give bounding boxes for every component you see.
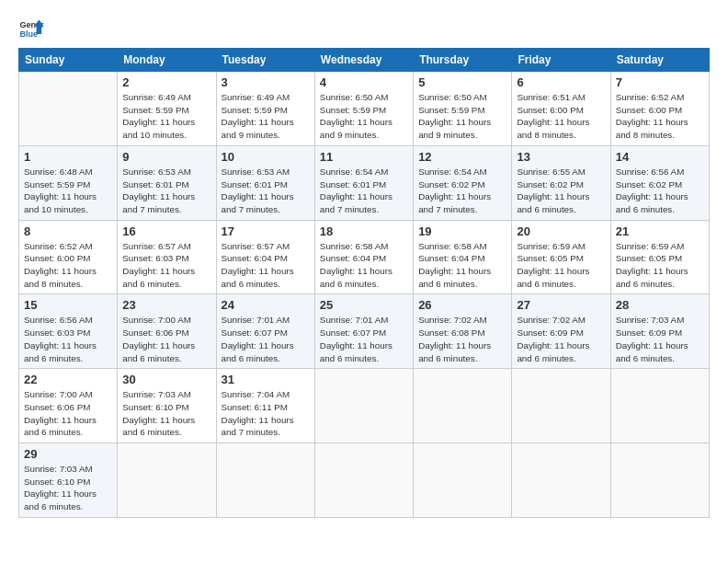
day-number: 28 xyxy=(616,298,704,312)
calendar-empty xyxy=(610,443,709,518)
day-info: Sunrise: 7:04 AMSunset: 6:11 PMDaylight:… xyxy=(222,388,310,439)
day-number: 30 xyxy=(122,373,210,386)
weekday-tuesday: Tuesday xyxy=(216,49,314,72)
day-number: 7 xyxy=(616,75,704,89)
calendar-day-24: 24Sunrise: 7:01 AMSunset: 6:07 PMDayligh… xyxy=(216,294,314,369)
calendar-day-28: 28Sunrise: 7:03 AMSunset: 6:09 PMDayligh… xyxy=(610,294,709,369)
day-info: Sunrise: 6:48 AMSunset: 5:59 PMDaylight:… xyxy=(24,166,112,216)
day-info: Sunrise: 7:02 AMSunset: 6:08 PMDaylight:… xyxy=(418,314,506,364)
calendar-day-25: 25Sunrise: 7:01 AMSunset: 6:07 PMDayligh… xyxy=(314,294,413,369)
calendar-week-3: 8Sunrise: 6:52 AMSunset: 6:00 PMDaylight… xyxy=(19,220,710,294)
header: General Blue xyxy=(18,15,710,40)
day-info: Sunrise: 6:55 AMSunset: 6:02 PMDaylight:… xyxy=(517,166,605,216)
day-number: 8 xyxy=(24,224,112,238)
day-info: Sunrise: 7:00 AMSunset: 6:06 PMDaylight:… xyxy=(122,314,210,364)
logo-icon: General Blue xyxy=(18,15,44,40)
calendar-week-6: 29Sunrise: 7:03 AMSunset: 6:10 PMDayligh… xyxy=(19,443,710,518)
calendar-day-22: 22Sunrise: 7:00 AMSunset: 6:06 PMDayligh… xyxy=(19,369,118,443)
calendar-day-14: 14Sunrise: 6:56 AMSunset: 6:02 PMDayligh… xyxy=(610,145,709,220)
day-info: Sunrise: 6:53 AMSunset: 6:01 PMDaylight:… xyxy=(222,166,310,216)
day-info: Sunrise: 6:59 AMSunset: 6:05 PMDaylight:… xyxy=(616,240,704,291)
day-number: 13 xyxy=(517,150,605,164)
day-info: Sunrise: 6:49 AMSunset: 5:59 PMDaylight:… xyxy=(222,91,310,142)
calendar-day-13: 13Sunrise: 6:55 AMSunset: 6:02 PMDayligh… xyxy=(512,145,610,220)
calendar-day-20: 20Sunrise: 6:59 AMSunset: 6:05 PMDayligh… xyxy=(512,220,610,294)
day-info: Sunrise: 6:49 AMSunset: 5:59 PMDaylight:… xyxy=(122,91,210,142)
calendar-day-3: 3Sunrise: 6:49 AMSunset: 5:59 PMDaylight… xyxy=(216,72,314,146)
day-number: 24 xyxy=(222,298,310,312)
day-info: Sunrise: 6:57 AMSunset: 6:04 PMDaylight:… xyxy=(222,240,310,291)
calendar-day-21: 21Sunrise: 6:59 AMSunset: 6:05 PMDayligh… xyxy=(610,220,709,294)
day-number: 5 xyxy=(418,75,506,89)
calendar-day-29: 29Sunrise: 7:03 AMSunset: 6:10 PMDayligh… xyxy=(19,443,118,518)
day-number: 14 xyxy=(616,150,704,164)
day-info: Sunrise: 7:01 AMSunset: 6:07 PMDaylight:… xyxy=(320,314,408,364)
day-number: 22 xyxy=(24,373,112,386)
calendar-day-10: 10Sunrise: 6:53 AMSunset: 6:01 PMDayligh… xyxy=(216,145,314,220)
weekday-thursday: Thursday xyxy=(414,49,512,72)
calendar-day-2: 2Sunrise: 6:49 AMSunset: 5:59 PMDaylight… xyxy=(118,72,216,146)
calendar-day-23: 23Sunrise: 7:00 AMSunset: 6:06 PMDayligh… xyxy=(118,294,216,369)
day-info: Sunrise: 6:52 AMSunset: 6:00 PMDaylight:… xyxy=(616,91,704,142)
calendar-day-8: 8Sunrise: 6:52 AMSunset: 6:00 PMDaylight… xyxy=(19,220,118,294)
day-number: 10 xyxy=(222,150,310,164)
calendar-empty xyxy=(512,369,610,443)
calendar-day-31: 31Sunrise: 7:04 AMSunset: 6:11 PMDayligh… xyxy=(216,369,314,443)
day-info: Sunrise: 6:56 AMSunset: 6:02 PMDaylight:… xyxy=(616,166,704,216)
day-info: Sunrise: 7:02 AMSunset: 6:09 PMDaylight:… xyxy=(517,314,605,364)
day-number: 16 xyxy=(122,224,210,238)
day-info: Sunrise: 7:03 AMSunset: 6:09 PMDaylight:… xyxy=(616,314,704,364)
day-number: 1 xyxy=(24,150,112,164)
weekday-wednesday: Wednesday xyxy=(314,49,413,72)
day-number: 2 xyxy=(122,75,210,89)
day-info: Sunrise: 7:00 AMSunset: 6:06 PMDaylight:… xyxy=(24,388,112,439)
calendar-day-15: 15Sunrise: 6:56 AMSunset: 6:03 PMDayligh… xyxy=(19,294,118,369)
calendar-week-1: 2Sunrise: 6:49 AMSunset: 5:59 PMDaylight… xyxy=(19,72,710,146)
weekday-sunday: Sunday xyxy=(19,49,118,72)
calendar-day-12: 12Sunrise: 6:54 AMSunset: 6:02 PMDayligh… xyxy=(414,145,512,220)
weekday-monday: Monday xyxy=(118,49,216,72)
day-number: 4 xyxy=(320,75,408,89)
day-info: Sunrise: 6:50 AMSunset: 5:59 PMDaylight:… xyxy=(418,91,506,142)
day-info: Sunrise: 6:58 AMSunset: 6:04 PMDaylight:… xyxy=(320,240,408,291)
calendar-day-17: 17Sunrise: 6:57 AMSunset: 6:04 PMDayligh… xyxy=(216,220,314,294)
day-number: 3 xyxy=(222,75,310,89)
calendar-week-5: 22Sunrise: 7:00 AMSunset: 6:06 PMDayligh… xyxy=(19,369,710,443)
day-number: 21 xyxy=(616,224,704,238)
svg-text:Blue: Blue xyxy=(19,29,38,39)
day-info: Sunrise: 6:53 AMSunset: 6:01 PMDaylight:… xyxy=(122,166,210,216)
day-number: 9 xyxy=(122,150,210,164)
logo: General Blue xyxy=(18,15,44,40)
day-number: 17 xyxy=(222,224,310,238)
weekday-friday: Friday xyxy=(512,49,610,72)
day-number: 25 xyxy=(320,298,408,312)
weekday-saturday: Saturday xyxy=(610,49,709,72)
day-number: 20 xyxy=(517,224,605,238)
calendar-empty xyxy=(314,443,413,518)
day-info: Sunrise: 7:01 AMSunset: 6:07 PMDaylight:… xyxy=(222,314,310,364)
calendar-day-19: 19Sunrise: 6:58 AMSunset: 6:04 PMDayligh… xyxy=(414,220,512,294)
day-number: 18 xyxy=(320,224,408,238)
calendar-day-18: 18Sunrise: 6:58 AMSunset: 6:04 PMDayligh… xyxy=(314,220,413,294)
day-info: Sunrise: 6:54 AMSunset: 6:02 PMDaylight:… xyxy=(418,166,506,216)
day-info: Sunrise: 6:52 AMSunset: 6:00 PMDaylight:… xyxy=(24,240,112,291)
calendar-day-27: 27Sunrise: 7:02 AMSunset: 6:09 PMDayligh… xyxy=(512,294,610,369)
calendar-empty xyxy=(19,72,118,146)
calendar-empty xyxy=(414,369,512,443)
day-info: Sunrise: 7:03 AMSunset: 6:10 PMDaylight:… xyxy=(24,463,112,513)
calendar-day-26: 26Sunrise: 7:02 AMSunset: 6:08 PMDayligh… xyxy=(414,294,512,369)
calendar-empty xyxy=(314,369,413,443)
day-info: Sunrise: 6:50 AMSunset: 5:59 PMDaylight:… xyxy=(320,91,408,142)
day-number: 27 xyxy=(517,298,605,312)
calendar-day-1: 1Sunrise: 6:48 AMSunset: 5:59 PMDaylight… xyxy=(19,145,118,220)
calendar-empty xyxy=(118,443,216,518)
calendar-empty xyxy=(512,443,610,518)
calendar-day-30: 30Sunrise: 7:03 AMSunset: 6:10 PMDayligh… xyxy=(118,369,216,443)
day-number: 19 xyxy=(418,224,506,238)
calendar-empty xyxy=(414,443,512,518)
day-number: 11 xyxy=(320,150,408,164)
day-info: Sunrise: 6:54 AMSunset: 6:01 PMDaylight:… xyxy=(320,166,408,216)
day-number: 12 xyxy=(418,150,506,164)
calendar-week-4: 15Sunrise: 6:56 AMSunset: 6:03 PMDayligh… xyxy=(19,294,710,369)
calendar-day-6: 6Sunrise: 6:51 AMSunset: 6:00 PMDaylight… xyxy=(512,72,610,146)
